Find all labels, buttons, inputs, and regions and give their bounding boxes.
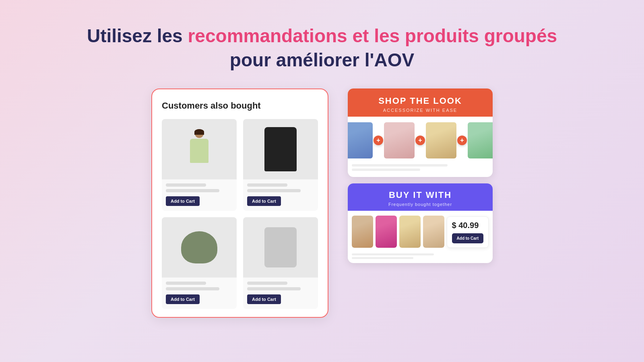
add-to-cart-buy-it-with[interactable]: Add to Cart	[452, 233, 483, 243]
product-card-masks: Add to Cart	[162, 217, 237, 309]
buy-item-flats	[352, 216, 373, 248]
add-to-cart-tshirt[interactable]: Add to Cart	[166, 196, 200, 206]
look-item-shoes	[468, 122, 493, 158]
plus-icon-1: +	[374, 136, 383, 145]
hoodie-shape	[264, 227, 297, 267]
panels-row: Customers also bought Add to Cart	[0, 88, 644, 318]
buy-item-watch	[399, 216, 421, 248]
look-description-lines	[348, 164, 493, 177]
price-bar-masks	[166, 282, 206, 285]
headline-plain: Utilisez les	[87, 25, 188, 46]
add-to-cart-jacket[interactable]: Add to Cart	[247, 196, 281, 206]
price-bar2-masks	[166, 287, 219, 290]
buy-item-watch-img	[399, 216, 421, 248]
hair-shape	[194, 129, 204, 135]
product-card-tshirt: Add to Cart	[162, 119, 237, 211]
price-bar-hoodie	[247, 282, 287, 285]
shop-look-header: SHOP THE LOOK ACCESSORIZE WITH EASE	[348, 88, 493, 117]
buy-description-lines	[348, 252, 493, 263]
masks-shape	[181, 231, 217, 263]
product-image-hoodie	[243, 217, 318, 278]
buy-it-title: BUY IT WITH	[352, 190, 489, 200]
products-grid: Add to Cart Add to Cart	[162, 119, 318, 309]
headline: Utilisez les recommandations et les prod…	[87, 24, 557, 72]
buy-item-bag-img	[423, 216, 444, 248]
product-image-jacket	[243, 119, 318, 179]
look-item-dress	[348, 122, 373, 158]
customers-also-bought-panel: Customers also bought Add to Cart	[151, 88, 328, 318]
shop-look-subtitle: ACCESSORIZE WITH EASE	[352, 108, 489, 113]
buy-it-header: BUY IT WITH Frequently bought together	[348, 183, 493, 211]
add-to-cart-masks[interactable]: Add to Cart	[166, 294, 200, 304]
product-price: $ 40.99	[452, 221, 479, 230]
card-bottom-hoodie: Add to Cart	[243, 278, 318, 309]
product-card-jacket: Add to Cart	[243, 119, 318, 211]
buy-it-with-panel: BUY IT WITH Frequently bought together $…	[348, 183, 493, 263]
headline-highlight: recommandations et les produits groupés	[188, 25, 557, 46]
buy-item-flats-img	[352, 216, 373, 248]
shop-look-title: SHOP THE LOOK	[352, 96, 489, 106]
left-panel-title: Customers also bought	[162, 101, 318, 111]
card-bottom-jacket: Add to Cart	[243, 179, 318, 211]
shop-look-body: + + +	[348, 117, 493, 164]
product-image-tshirt	[162, 119, 237, 179]
price-bar2-jacket	[247, 189, 301, 192]
look-item-wallet	[384, 122, 415, 158]
buy-it-body: $ 40.99 Add to Cart	[348, 211, 493, 252]
body-shape	[190, 139, 208, 163]
plus-icon-3: +	[457, 136, 467, 145]
look-line-1	[352, 164, 448, 167]
headline-line2: pour améliorer l'AOV	[230, 49, 414, 70]
product-image-masks	[162, 217, 237, 278]
buy-item-bag	[423, 216, 444, 248]
add-to-cart-hoodie[interactable]: Add to Cart	[247, 294, 281, 304]
buy-line-2	[352, 257, 413, 259]
price-bar2	[166, 189, 219, 192]
card-bottom-tshirt: Add to Cart	[162, 179, 237, 211]
look-item-watch	[426, 122, 456, 158]
price-bar-jacket	[247, 183, 287, 187]
price-card: $ 40.99 Add to Cart	[447, 216, 489, 248]
right-column: SHOP THE LOOK ACCESSORIZE WITH EASE + + …	[348, 88, 493, 263]
shop-the-look-panel: SHOP THE LOOK ACCESSORIZE WITH EASE + + …	[348, 88, 493, 177]
buy-item-sneakers-img	[376, 216, 397, 248]
plus-icon-2: +	[415, 136, 425, 145]
price-bar	[166, 183, 206, 187]
buy-it-subtitle: Frequently bought together	[352, 202, 489, 207]
buy-line-1	[352, 253, 434, 255]
look-line-2	[352, 169, 420, 171]
card-bottom-masks: Add to Cart	[162, 278, 237, 309]
price-bar2-hoodie	[247, 287, 301, 290]
buy-item-sneakers	[376, 216, 397, 248]
jacket-shape	[264, 127, 297, 171]
product-card-hoodie: Add to Cart	[243, 217, 318, 309]
